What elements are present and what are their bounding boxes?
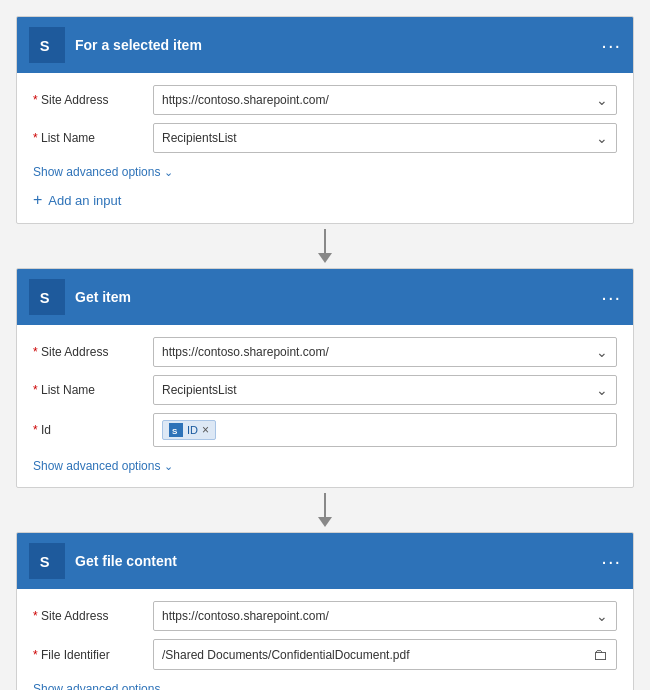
required-star-3: *: [33, 345, 38, 359]
flow-container: S For a selected item ··· * Site Address…: [16, 16, 634, 690]
card-title-selected-item: For a selected item: [75, 37, 591, 53]
show-advanced-1[interactable]: Show advanced options ⌄: [33, 165, 173, 179]
card-body-get-item: * Site Address https://contoso.sharepoin…: [17, 325, 633, 487]
field-label-list-name-2: * List Name: [33, 383, 143, 397]
card-menu-get-item[interactable]: ···: [601, 287, 621, 307]
required-star-6: *: [33, 609, 38, 623]
sharepoint-icon-3: S: [29, 543, 65, 579]
card-get-file-content: S Get file content ··· * Site Address ht…: [16, 532, 634, 690]
token-label-id: ID: [187, 424, 198, 436]
card-get-item: S Get item ··· * Site Address https://co…: [16, 268, 634, 488]
field-row-site-address-1: * Site Address https://contoso.sharepoin…: [33, 85, 617, 115]
field-row-list-name-2: * List Name RecipientsList ⌄: [33, 375, 617, 405]
field-label-list-name-1: * List Name: [33, 131, 143, 145]
svg-text:S: S: [40, 290, 50, 306]
field-input-file-identifier[interactable]: /Shared Documents/ConfidentialDocument.p…: [153, 639, 617, 670]
arrow-head-2: [318, 517, 332, 527]
list-name-value-2: RecipientsList: [162, 383, 237, 397]
card-menu-get-file-content[interactable]: ···: [601, 551, 621, 571]
field-label-site-address-1: * Site Address: [33, 93, 143, 107]
field-row-site-address-3: * Site Address https://contoso.sharepoin…: [33, 601, 617, 631]
svg-text:S: S: [40, 554, 50, 570]
dropdown-arrow-site-2: ⌄: [596, 344, 608, 360]
card-body-selected-item: * Site Address https://contoso.sharepoin…: [17, 73, 633, 223]
site-address-value-3: https://contoso.sharepoint.com/: [162, 609, 329, 623]
dropdown-arrow-list-2: ⌄: [596, 382, 608, 398]
required-star-1: *: [33, 93, 38, 107]
card-header-get-item: S Get item ···: [17, 269, 633, 325]
chevron-advanced-2: ⌄: [164, 460, 173, 473]
add-input-label-1: Add an input: [48, 193, 121, 208]
field-row-list-name-1: * List Name RecipientsList ⌄: [33, 123, 617, 153]
svg-text:S: S: [172, 427, 178, 435]
required-star-5: *: [33, 423, 38, 437]
card-title-get-item: Get item: [75, 289, 591, 305]
field-input-list-name-2[interactable]: RecipientsList ⌄: [153, 375, 617, 405]
list-name-value-1: RecipientsList: [162, 131, 237, 145]
field-label-site-address-3: * Site Address: [33, 609, 143, 623]
show-advanced-label-2: Show advanced options: [33, 459, 160, 473]
field-row-id: * Id S ID ×: [33, 413, 617, 447]
field-row-file-identifier: * File Identifier /Shared Documents/Conf…: [33, 639, 617, 670]
field-label-site-address-2: * Site Address: [33, 345, 143, 359]
token-chip-id: S ID ×: [162, 420, 216, 440]
field-row-site-address-2: * Site Address https://contoso.sharepoin…: [33, 337, 617, 367]
chevron-advanced-1: ⌄: [164, 166, 173, 179]
file-identifier-value: /Shared Documents/ConfidentialDocument.p…: [162, 648, 409, 662]
card-menu-selected-item[interactable]: ···: [601, 35, 621, 55]
card-body-get-file-content: * Site Address https://contoso.sharepoin…: [17, 589, 633, 690]
field-input-list-name-1[interactable]: RecipientsList ⌄: [153, 123, 617, 153]
dropdown-arrow-list-1: ⌄: [596, 130, 608, 146]
arrow-connector-2: [318, 488, 332, 532]
dropdown-arrow-site-1: ⌄: [596, 92, 608, 108]
svg-text:S: S: [40, 38, 50, 54]
token-close-id[interactable]: ×: [202, 424, 209, 436]
show-advanced-2[interactable]: Show advanced options ⌄: [33, 459, 173, 473]
field-label-file-identifier: * File Identifier: [33, 648, 143, 662]
field-input-id[interactable]: S ID ×: [153, 413, 617, 447]
site-address-value-2: https://contoso.sharepoint.com/: [162, 345, 329, 359]
field-input-site-address-3[interactable]: https://contoso.sharepoint.com/ ⌄: [153, 601, 617, 631]
site-address-value-1: https://contoso.sharepoint.com/: [162, 93, 329, 107]
sharepoint-icon-2: S: [29, 279, 65, 315]
field-input-site-address-2[interactable]: https://contoso.sharepoint.com/ ⌄: [153, 337, 617, 367]
card-header-selected-item: S For a selected item ···: [17, 17, 633, 73]
chevron-advanced-3: ⌄: [164, 683, 173, 691]
field-input-site-address-1[interactable]: https://contoso.sharepoint.com/ ⌄: [153, 85, 617, 115]
show-advanced-3[interactable]: Show advanced options ⌄: [33, 682, 173, 690]
arrow-connector-1: [318, 224, 332, 268]
arrow-line-1: [324, 229, 326, 253]
required-star-4: *: [33, 383, 38, 397]
show-advanced-label-3: Show advanced options: [33, 682, 160, 690]
card-for-selected-item: S For a selected item ··· * Site Address…: [16, 16, 634, 224]
field-label-id: * Id: [33, 423, 143, 437]
required-star-2: *: [33, 131, 38, 145]
add-input-button-1[interactable]: + Add an input: [33, 191, 617, 209]
arrow-line-2: [324, 493, 326, 517]
dropdown-arrow-site-3: ⌄: [596, 608, 608, 624]
arrow-head-1: [318, 253, 332, 263]
sharepoint-icon-1: S: [29, 27, 65, 63]
card-title-get-file-content: Get file content: [75, 553, 591, 569]
show-advanced-label-1: Show advanced options: [33, 165, 160, 179]
folder-icon: 🗀: [593, 646, 608, 663]
plus-icon-1: +: [33, 191, 42, 209]
token-icon-id: S: [169, 423, 183, 437]
required-star-7: *: [33, 648, 38, 662]
card-header-get-file-content: S Get file content ···: [17, 533, 633, 589]
